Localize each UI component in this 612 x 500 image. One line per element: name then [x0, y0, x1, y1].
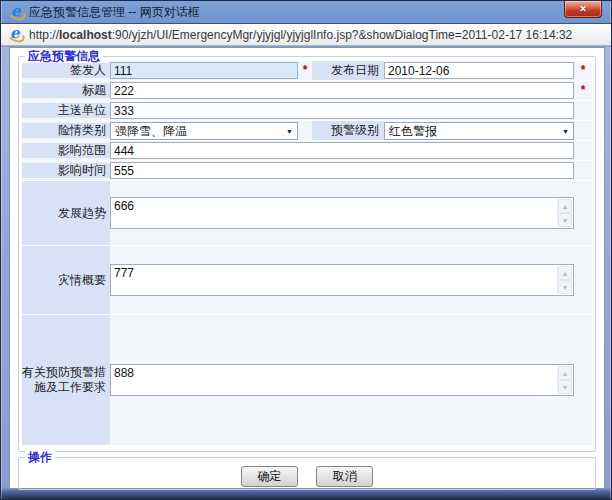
publish-date-label: 发布日期 — [312, 61, 384, 80]
dropdown-arrow-icon: ▼ — [286, 128, 293, 135]
title-label: 标题 — [22, 83, 110, 98]
dialog-content: 应急预警信息 签发人 * 发布日期 * 标题 * — [9, 47, 605, 489]
impact-scope-label: 影响范围 — [22, 143, 110, 158]
scroll-up-icon[interactable]: ▲ — [558, 266, 572, 280]
impact-time-label: 影响时间 — [22, 163, 110, 178]
measures-textarea[interactable]: 888 — [110, 364, 574, 396]
warning-level-value: 红色警报 — [389, 124, 437, 138]
warning-level-label: 预警级别 — [312, 121, 384, 140]
required-marker: * — [574, 61, 592, 80]
textarea-scrollbar[interactable]: ▲ ▼ — [557, 266, 572, 294]
row-main-unit: 主送单位 — [22, 101, 592, 120]
row-title: 标题 * — [22, 81, 592, 100]
dropdown-arrow-icon: ▼ — [562, 128, 569, 135]
scroll-up-icon[interactable]: ▲ — [558, 199, 572, 213]
scroll-down-icon[interactable]: ▼ — [558, 213, 572, 227]
scroll-down-icon[interactable]: ▼ — [558, 280, 572, 294]
publish-date-input[interactable] — [384, 62, 574, 79]
warning-info-fieldset: 应急预警信息 签发人 * 发布日期 * 标题 * — [18, 56, 596, 452]
required-marker: * — [574, 81, 592, 100]
issuer-input[interactable] — [110, 62, 298, 79]
row-impact-scope: 影响范围 — [22, 141, 592, 160]
window-title: 应急预警信息管理 -- 网页对话框 — [29, 4, 200, 21]
trend-textarea[interactable]: 666 — [110, 197, 574, 229]
issuer-label: 签发人 — [22, 63, 110, 78]
address-bar: e http://localhost:90/yjzh/UI/EmergencyM… — [1, 24, 611, 46]
scroll-up-icon[interactable]: ▲ — [558, 366, 572, 380]
impact-scope-input[interactable] — [110, 142, 574, 159]
row-danger-level: 险情类别 强降雪、降温 ▼ 预警级别 红色警报 ▼ — [22, 121, 592, 140]
measures-label: 有关预防预警措施及工作要求 — [22, 315, 110, 445]
scroll-down-icon[interactable]: ▼ — [558, 380, 572, 394]
main-unit-input[interactable] — [110, 102, 574, 119]
textarea-scrollbar[interactable]: ▲ ▼ — [557, 199, 572, 227]
danger-type-select[interactable]: 强降雪、降温 ▼ — [110, 122, 298, 140]
ie-logo-icon: e — [8, 27, 23, 42]
warning-level-select[interactable]: 红色警报 ▼ — [384, 122, 574, 140]
close-button[interactable]: ✕ — [564, 1, 602, 18]
cancel-button[interactable]: 取消 — [316, 466, 373, 487]
address-url: http://localhost:90/yjzh/UI/EmergencyMgr… — [29, 28, 572, 42]
actions-legend: 操作 — [25, 450, 55, 464]
row-impact-time: 影响时间 — [22, 161, 592, 180]
row-disaster-summary: 灾情概要 777 ▲ ▼ — [22, 246, 592, 314]
danger-type-label: 险情类别 — [22, 123, 110, 138]
title-input[interactable] — [110, 82, 574, 99]
actions-fieldset: 操作 确定 取消 — [18, 457, 596, 490]
textarea-scrollbar[interactable]: ▲ ▼ — [557, 366, 572, 394]
close-icon: ✕ — [579, 4, 587, 14]
main-unit-label: 主送单位 — [22, 103, 110, 118]
disaster-summary-label: 灾情概要 — [22, 246, 110, 314]
trend-label: 发展趋势 — [22, 181, 110, 245]
fieldset-legend: 应急预警信息 — [25, 49, 103, 63]
required-marker: * — [298, 61, 312, 80]
row-issuer-date: 签发人 * 发布日期 * — [22, 61, 592, 80]
row-measures: 有关预防预警措施及工作要求 888 ▲ ▼ — [22, 315, 592, 445]
row-trend: 发展趋势 666 ▲ ▼ — [22, 181, 592, 245]
dialog-window: e 应急预警信息管理 -- 网页对话框 ✕ e http://localhost… — [0, 0, 612, 500]
impact-time-input[interactable] — [110, 162, 574, 179]
danger-type-value: 强降雪、降温 — [115, 124, 187, 138]
ok-button[interactable]: 确定 — [241, 466, 298, 487]
ie-logo-icon: e — [9, 5, 24, 20]
title-bar: e 应急预警信息管理 -- 网页对话框 — [1, 1, 611, 24]
disaster-summary-textarea[interactable]: 777 — [110, 264, 574, 296]
